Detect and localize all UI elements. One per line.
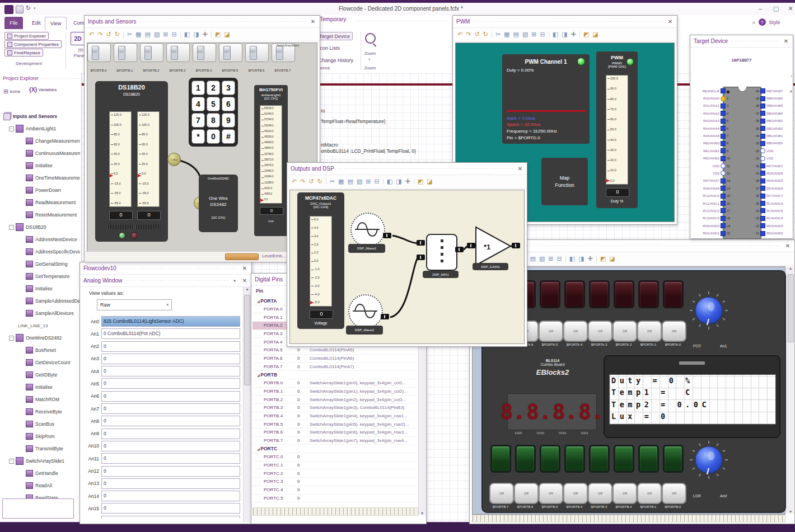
analog-value-input[interactable]: 0 [101, 516, 240, 519]
pot-knob[interactable] [688, 290, 729, 331]
chip-pin[interactable]: RC3/ANC3 18 [691, 215, 733, 222]
save-icon[interactable] [16, 6, 24, 13]
close-icon[interactable]: ✕ [783, 38, 789, 44]
analog-value-input[interactable]: 0 [101, 391, 240, 402]
toolbar-icon[interactable]: ⊞ [548, 256, 553, 262]
chip-pin[interactable]: RD0/AND0 19 [691, 222, 733, 229]
tree-item[interactable]: − OneWireDS2482 [1, 332, 80, 344]
scrollbar-thumb[interactable] [788, 274, 794, 342]
close-icon[interactable]: ✕ [241, 277, 248, 284]
pwm-meter-block[interactable]: PWM PWM2 [PWM CH1] 100.090.080.070.060.0… [596, 51, 638, 208]
toolbar-icon[interactable]: ◨ [193, 31, 199, 37]
analog-value-input[interactable]: 0 [101, 378, 240, 389]
map-function-block[interactable]: Map Function [541, 158, 588, 205]
chip-pin[interactable]: RE1/ANE1 9 [691, 147, 733, 154]
chip-pin[interactable]: RA7/ANA7 13 [691, 177, 733, 185]
toolbar-icon[interactable]: ▤ [348, 178, 353, 185]
digital-pin-row[interactable]: PORTC.1 0 [252, 462, 417, 470]
chip-pin[interactable]: RA3/ANA3 5 [691, 117, 733, 125]
digital-pin-row[interactable]: PORTB [252, 371, 417, 379]
chip-pin[interactable]: 34 RB1/ANB1 [753, 132, 791, 139]
tree-item[interactable]: − ReadMeasurement [1, 196, 80, 209]
chip-pin[interactable]: 38 RB5/ANB5 [753, 102, 791, 110]
chip-pin[interactable]: RD1/AND1 20 [691, 229, 733, 237]
digital-pin-row[interactable]: PORTC.2 0 [252, 469, 417, 478]
scrollbar-thumb[interactable] [225, 253, 259, 260]
tree-item[interactable]: − ResetMeasurement [1, 209, 80, 221]
chip-pin[interactable]: 39 RB6/ANB6 [753, 95, 791, 102]
board-switch[interactable]: Off [662, 321, 686, 342]
close-icon[interactable]: ✕ [667, 18, 674, 25]
toolbar-icon[interactable]: ◧ [553, 31, 558, 37]
tree-item[interactable]: − ReadAll [1, 479, 80, 492]
tree-item[interactable]: − GetTemperature [1, 270, 80, 283]
toolbar-icon[interactable]: ↻ [317, 178, 322, 185]
toolbar-icon[interactable]: ⊟ [375, 178, 380, 185]
toolbar-icon[interactable]: ▧ [522, 31, 528, 37]
tree-item[interactable]: − AmbientLight1 [1, 123, 80, 135]
analog-value-input[interactable]: 0 [101, 466, 240, 477]
tree-item[interactable]: − GetHandle [1, 467, 80, 479]
v-scrollbar[interactable]: ▲ [243, 287, 251, 522]
tree-item[interactable]: − AddressNextDevice [1, 233, 80, 246]
toolbar-icon[interactable]: ↶ [89, 31, 94, 37]
toolbar-icon[interactable]: ◪ [224, 31, 230, 37]
toolbar-icon[interactable]: ◩ [215, 31, 221, 37]
toolbar-icon[interactable]: ⊞ [531, 31, 536, 37]
toolbar-icon[interactable]: ◧ [569, 256, 575, 262]
toolbar-icon[interactable]: ↻ [115, 31, 120, 37]
toolbar-icon[interactable]: ▦ [338, 178, 344, 185]
analog-value-input[interactable]: 0 [101, 341, 240, 352]
digital-pin-row[interactable]: PORTB.6 0 SwitchArraySlide1(pin6), keypa… [252, 429, 417, 437]
chip-pin[interactable]: 24 RC5/ANC5 [753, 207, 791, 214]
chip-pin[interactable]: 27 RD4/AND4 [753, 185, 791, 192]
board-switch[interactable]: Off [612, 321, 637, 342]
tree-item[interactable]: − GetIDByte [1, 369, 80, 381]
chip-pin[interactable]: 23 RC4/ANC4 [753, 215, 791, 222]
analog-value-input[interactable]: 0 [101, 403, 240, 414]
tree-item[interactable]: − BusReset [1, 344, 80, 356]
toolbar-icon[interactable]: ↺ [474, 31, 479, 37]
toolbar-icon[interactable]: ↻ [483, 31, 488, 37]
board-switch[interactable]: Off [588, 321, 612, 342]
board-switch[interactable]: Off [563, 321, 588, 342]
board-switch[interactable]: Off [612, 483, 637, 504]
analog-value-input[interactable]: 0 [101, 416, 240, 426]
chip-pin[interactable]: RA1/ANA1 3 [691, 102, 733, 110]
board-switch[interactable]: Off [588, 483, 612, 504]
chip-pin[interactable]: RC0/ANC0 15 [691, 192, 733, 199]
tab-file[interactable]: File [4, 17, 23, 29]
zoom-caret-icon[interactable]: ▾ [368, 57, 370, 61]
style-button[interactable]: Style [769, 20, 780, 25]
chip-pin[interactable]: 31 VSS [753, 155, 791, 162]
tree-item[interactable]: − LINK_LINE_13 [1, 319, 80, 332]
digital-pin-row[interactable]: PORTB.1 0 SwitchArraySlide1(pin1), keypa… [252, 388, 417, 396]
toolbar-icon[interactable]: ⊟ [172, 31, 177, 37]
chip-pin[interactable]: 21 RD2/AND2 [753, 229, 791, 237]
toolbar-icon[interactable]: ↷ [97, 31, 102, 37]
tree-item[interactable]: − ChangeMeasurementMode [1, 135, 80, 147]
dsp-gain-component[interactable]: *1 [475, 226, 513, 267]
tree-item[interactable]: − MatchROM [1, 393, 80, 406]
tree-item[interactable]: − TransmitByte [1, 442, 80, 455]
close-button[interactable]: ✕ [785, 5, 795, 12]
digital-pin-row[interactable]: PORTC.3 0 [252, 478, 417, 486]
chip-pin[interactable]: 28 RD5/AND5 [753, 177, 791, 185]
window-titlebar[interactable]: Outputs and DSP ✕ [287, 163, 527, 175]
inner-titlebar[interactable]: Analog Window ▪ ✕ [80, 275, 251, 287]
toolbar-icon[interactable]: ✚ [405, 178, 410, 185]
board-switch[interactable]: Off [489, 483, 514, 504]
tree-item[interactable]: − SampleAddressedDevice [1, 295, 80, 307]
chip-pin[interactable]: 35 RB2/ANB2 [753, 125, 791, 132]
toolbar-icon[interactable]: ◪ [609, 256, 615, 262]
scroll-down-icon[interactable]: ▼ [419, 511, 425, 515]
chip-pin[interactable]: 25 RC6/ANC6 [753, 200, 791, 207]
redo-icon[interactable]: ↻ [26, 4, 31, 12]
digital-pin-row[interactable]: PORTA.6 0 ComboBL0114(PinA6) [252, 355, 417, 363]
dsp-mixer-component[interactable] [426, 234, 457, 271]
tree-item[interactable]: − SkipRom [1, 430, 80, 442]
toolbar-icon[interactable]: ◩ [583, 31, 589, 37]
close-icon[interactable]: ✕ [517, 166, 523, 172]
toolbar-icon[interactable]: ↶ [457, 31, 462, 37]
chip-pin[interactable]: 22 RD3/AND3 [753, 222, 791, 229]
